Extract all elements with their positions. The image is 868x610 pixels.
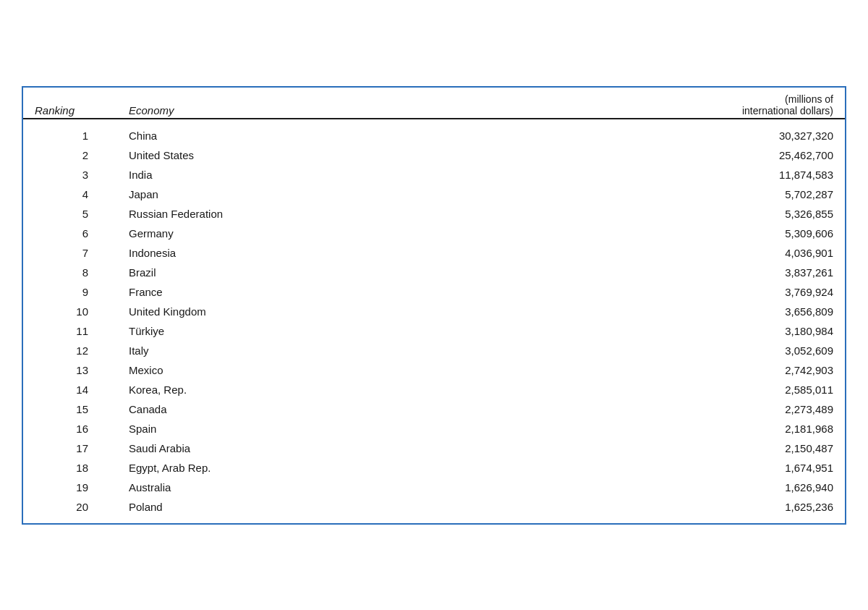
table-row: 13Mexico2,742,903	[23, 360, 845, 380]
value-cell: 1,625,236	[349, 497, 845, 523]
value-cell: 25,462,700	[349, 145, 845, 165]
economy-cell: France	[117, 282, 349, 302]
value-header-line2: international dollars)	[742, 105, 833, 117]
value-cell: 1,674,951	[349, 458, 845, 478]
rank-cell: 15	[23, 399, 117, 419]
value-cell: 3,180,984	[349, 321, 845, 341]
rank-cell: 7	[23, 243, 117, 263]
value-cell: 3,656,809	[349, 302, 845, 321]
economy-cell: Korea, Rep.	[117, 380, 349, 399]
value-cell: 2,742,903	[349, 360, 845, 380]
table-row: 4Japan5,702,287	[23, 185, 845, 204]
economy-cell: Brazil	[117, 263, 349, 282]
economy-cell: United Kingdom	[117, 302, 349, 321]
rank-cell: 9	[23, 282, 117, 302]
table-row: 9France3,769,924	[23, 282, 845, 302]
rank-cell: 1	[23, 119, 117, 145]
economy-cell: Spain	[117, 419, 349, 439]
table-row: 7Indonesia4,036,901	[23, 243, 845, 263]
rank-cell: 11	[23, 321, 117, 341]
economy-cell: Mexico	[117, 360, 349, 380]
economy-cell: Saudi Arabia	[117, 439, 349, 458]
rank-cell: 4	[23, 185, 117, 204]
value-cell: 3,052,609	[349, 341, 845, 360]
rank-cell: 17	[23, 439, 117, 458]
economy-cell: Türkiye	[117, 321, 349, 341]
economy-cell: Poland	[117, 497, 349, 523]
table-body: 1China30,327,3202United States25,462,700…	[23, 119, 845, 523]
ranking-header: Ranking	[23, 88, 117, 119]
rank-cell: 14	[23, 380, 117, 399]
rank-cell: 16	[23, 419, 117, 439]
table-row: 8Brazil3,837,261	[23, 263, 845, 282]
economy-cell: Russian Federation	[117, 204, 349, 224]
table-row: 11Türkiye3,180,984	[23, 321, 845, 341]
table-row: 17Saudi Arabia2,150,487	[23, 439, 845, 458]
value-cell: 2,273,489	[349, 399, 845, 419]
economy-cell: Australia	[117, 478, 349, 497]
rank-cell: 20	[23, 497, 117, 523]
table-row: 14Korea, Rep.2,585,011	[23, 380, 845, 399]
rank-cell: 2	[23, 145, 117, 165]
economy-cell: Japan	[117, 185, 349, 204]
main-container: Ranking Economy (millions of internation…	[22, 86, 846, 525]
rank-cell: 5	[23, 204, 117, 224]
value-cell: 30,327,320	[349, 119, 845, 145]
rank-cell: 10	[23, 302, 117, 321]
value-cell: 5,702,287	[349, 185, 845, 204]
value-header-line1: (millions of	[785, 93, 833, 105]
economy-cell: Egypt, Arab Rep.	[117, 458, 349, 478]
table-row: 3India11,874,583	[23, 165, 845, 185]
table-row: 20Poland1,625,236	[23, 497, 845, 523]
table-row: 5Russian Federation5,326,855	[23, 204, 845, 224]
value-cell: 3,769,924	[349, 282, 845, 302]
table-row: 19Australia1,626,940	[23, 478, 845, 497]
table-row: 15Canada2,273,489	[23, 399, 845, 419]
economy-cell: United States	[117, 145, 349, 165]
table-row: 18Egypt, Arab Rep.1,674,951	[23, 458, 845, 478]
value-cell: 2,585,011	[349, 380, 845, 399]
value-cell: 11,874,583	[349, 165, 845, 185]
economy-cell: Indonesia	[117, 243, 349, 263]
rank-cell: 12	[23, 341, 117, 360]
economy-cell: Germany	[117, 224, 349, 243]
table-row: 10United Kingdom3,656,809	[23, 302, 845, 321]
table-header-row: Ranking Economy (millions of internation…	[23, 88, 845, 119]
rank-cell: 13	[23, 360, 117, 380]
rankings-table: Ranking Economy (millions of internation…	[23, 88, 845, 523]
rank-cell: 19	[23, 478, 117, 497]
table-row: 16Spain2,181,968	[23, 419, 845, 439]
economy-cell: Canada	[117, 399, 349, 419]
table-row: 12Italy3,052,609	[23, 341, 845, 360]
value-cell: 2,150,487	[349, 439, 845, 458]
rank-cell: 18	[23, 458, 117, 478]
table-row: 6Germany5,309,606	[23, 224, 845, 243]
table-row: 2United States25,462,700	[23, 145, 845, 165]
rank-cell: 8	[23, 263, 117, 282]
economy-cell: India	[117, 165, 349, 185]
value-cell: 1,626,940	[349, 478, 845, 497]
value-header: (millions of international dollars)	[349, 88, 845, 119]
value-cell: 2,181,968	[349, 419, 845, 439]
value-cell: 3,837,261	[349, 263, 845, 282]
rank-cell: 6	[23, 224, 117, 243]
value-cell: 5,309,606	[349, 224, 845, 243]
value-cell: 5,326,855	[349, 204, 845, 224]
table-row: 1China30,327,320	[23, 119, 845, 145]
value-cell: 4,036,901	[349, 243, 845, 263]
economy-cell: Italy	[117, 341, 349, 360]
economy-header: Economy	[117, 88, 349, 119]
rank-cell: 3	[23, 165, 117, 185]
economy-cell: China	[117, 119, 349, 145]
